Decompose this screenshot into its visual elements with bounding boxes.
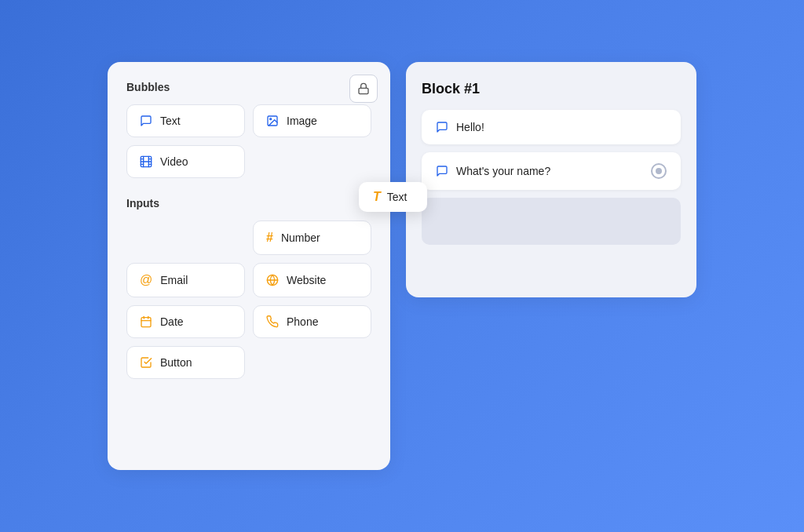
svg-rect-13 (141, 318, 151, 327)
right-panel: Block #1 Hello! What's your name? (406, 62, 696, 297)
input-phone[interactable]: Phone (253, 305, 371, 338)
name-question-text: What's your name? (456, 165, 550, 177)
input-empty (126, 220, 245, 255)
input-date-label: Date (160, 315, 184, 328)
svg-point-2 (270, 118, 272, 120)
input-date[interactable]: Date (126, 305, 245, 338)
input-website-label: Website (287, 274, 326, 286)
bubbles-grid: Text Image (126, 104, 371, 178)
dropdown-icon: T (373, 190, 381, 204)
input-number-label: Number (281, 231, 320, 244)
chat-bubble-hello: Hello! (422, 110, 681, 144)
bubble-image-label: Image (287, 115, 317, 127)
input-number[interactable]: # Number (253, 220, 371, 255)
input-email-label: Email (160, 274, 188, 286)
input-website[interactable]: Website (253, 263, 371, 297)
inputs-grid: # Number @ Email Website (126, 220, 371, 379)
dropdown-tooltip[interactable]: T Text ​ (359, 182, 427, 212)
chat-bubble-name-wrap: What's your name? T Text ​ (422, 152, 681, 190)
email-icon: @ (140, 273, 152, 287)
bubble-text[interactable]: Text (126, 104, 245, 137)
main-container: Bubbles Text Image (92, 46, 712, 486)
input-button[interactable]: Button (126, 346, 245, 379)
bubble-left: What's your name? (436, 165, 550, 177)
radio-inner (656, 168, 662, 174)
bubble-text-label: Text (160, 115, 181, 127)
bubbles-section-label: Bubbles (126, 81, 371, 93)
bubble-video-label: Video (160, 155, 188, 168)
bubble-video[interactable]: Video (126, 145, 245, 178)
input-button-label: Button (160, 356, 192, 369)
radio-circle[interactable] (651, 163, 667, 179)
inputs-section-label: Inputs (126, 197, 371, 210)
dropdown-label: Text (387, 191, 407, 203)
left-panel: Bubbles Text Image (108, 62, 390, 470)
chat-bubble-name: What's your name? (422, 152, 681, 190)
svg-rect-0 (359, 88, 368, 93)
input-email[interactable]: @ Email (126, 263, 245, 297)
input-phone-label: Phone (287, 315, 318, 328)
bubble-image[interactable]: Image (253, 104, 371, 137)
hello-text: Hello! (456, 121, 484, 133)
input-area-placeholder (422, 198, 681, 245)
block-title: Block #1 (422, 81, 681, 97)
number-icon: # (266, 231, 273, 245)
lock-button[interactable] (349, 75, 378, 103)
